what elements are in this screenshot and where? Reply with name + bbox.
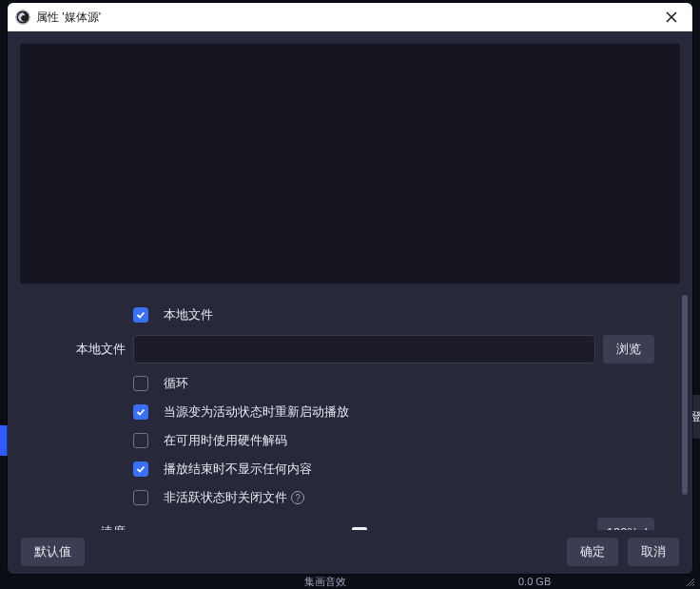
close-inactive-checkbox[interactable]: [133, 490, 148, 505]
local-file-label: 本地文件: [8, 341, 133, 358]
speed-label: 速度: [8, 523, 133, 530]
close-inactive-text: 非活跃状态时关闭文件: [164, 489, 287, 506]
close-icon: [666, 11, 677, 23]
selection-indicator: [0, 425, 8, 456]
obs-logo-icon: [15, 10, 30, 25]
restart-on-active-checkbox[interactable]: [133, 404, 148, 420]
ok-button[interactable]: 确定: [567, 538, 618, 566]
help-icon[interactable]: ?: [291, 491, 304, 504]
close-inactive-checkbox-label[interactable]: 非活跃状态时关闭文件 ?: [164, 489, 304, 506]
browse-button[interactable]: 浏览: [603, 335, 654, 363]
close-button[interactable]: [658, 4, 685, 30]
dialog-title: 属性 '媒体源': [36, 10, 652, 26]
status-bar: 集画音效 0.0 GB: [0, 574, 700, 589]
status-text: 集画音效: [304, 575, 346, 589]
hw-decode-checkbox-label[interactable]: 在可用时使用硬件解码: [164, 432, 287, 449]
properties-dialog: 属性 '媒体源' 本地文件: [8, 3, 692, 574]
side-dock-tab[interactable]: 登: [692, 395, 700, 439]
restart-on-active-checkbox-label[interactable]: 当源变为活动状态时重新启动播放: [164, 403, 349, 421]
hw-decode-checkbox[interactable]: [133, 433, 148, 448]
hide-on-end-checkbox[interactable]: [133, 461, 148, 477]
loop-checkbox-label[interactable]: 循环: [164, 375, 188, 392]
svg-line-2: [692, 584, 694, 586]
speed-value: 100%: [607, 525, 638, 531]
loop-checkbox[interactable]: [133, 376, 148, 391]
hide-on-end-checkbox-label[interactable]: 播放结束时不显示任何内容: [164, 461, 312, 478]
local-file-input[interactable]: [133, 335, 595, 363]
form-area: 本地文件 本地文件 浏览 循环: [8, 284, 692, 530]
local-file-checkbox-label[interactable]: 本地文件: [164, 306, 213, 324]
resize-grip-icon[interactable]: [685, 577, 694, 588]
speed-slider[interactable]: [133, 524, 586, 530]
speed-spinbox[interactable]: 100% ▴ ▾: [597, 518, 654, 530]
local-file-checkbox[interactable]: [133, 307, 148, 323]
dialog-footer: 默认值 确定 取消: [8, 530, 692, 574]
source-preview: [20, 44, 680, 284]
titlebar: 属性 '媒体源': [8, 3, 692, 31]
status-size: 0.0 GB: [518, 576, 551, 587]
cancel-button[interactable]: 取消: [628, 538, 679, 566]
defaults-button[interactable]: 默认值: [21, 538, 85, 566]
slider-thumb[interactable]: [352, 527, 367, 530]
form-scrollbar[interactable]: [682, 295, 688, 495]
